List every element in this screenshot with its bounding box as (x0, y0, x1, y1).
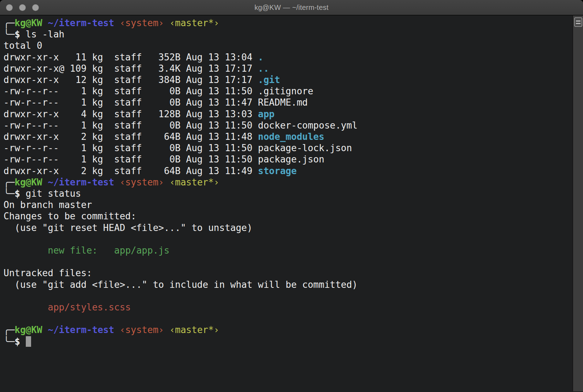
terminal-line: drwxr-xr-x@ 109 kg staff 3.4K Aug 13 17:… (4, 63, 572, 74)
terminal-line: (use "git add <file>..." to include in w… (4, 279, 572, 290)
terminal-line: -rw-r--r-- 1 kg staff 0B Aug 13 11:47 RE… (4, 97, 572, 108)
terminal-line: ╰─$ (4, 336, 572, 347)
terminal-line: ╰─$ ls -lah (4, 29, 572, 40)
terminal-line: Changes to be committed: (4, 210, 572, 222)
terminal-line: -rw-r--r-- 1 kg staff 0B Aug 13 11:50 pa… (4, 154, 572, 165)
scroll-indicator-icon (574, 17, 582, 27)
terminal-line (4, 290, 572, 302)
terminal-line: (use "git reset HEAD <file>..." to unsta… (4, 222, 572, 233)
terminal-line: ╭─kg@KW ~/iterm-test ‹system› ‹master*› (4, 324, 572, 335)
terminal-line: total 0 (4, 40, 572, 51)
terminal-line: drwxr-xr-x 11 kg staff 352B Aug 13 13:04… (4, 52, 572, 63)
zoom-button[interactable] (32, 4, 39, 11)
terminal-line: ╭─kg@KW ~/iterm-test ‹system› ‹master*› (4, 17, 572, 29)
close-button[interactable] (6, 4, 13, 11)
minimize-button[interactable] (19, 4, 26, 11)
terminal-line: -rw-r--r-- 1 kg staff 0B Aug 13 11:50 .g… (4, 85, 572, 97)
terminal-line: Untracked files: (4, 267, 572, 279)
terminal-line: app/styles.scss (4, 302, 572, 313)
traffic-lights (6, 4, 39, 11)
terminal-line (4, 313, 572, 324)
titlebar[interactable]: kg@KW — ~/iterm-test (0, 0, 583, 16)
terminal-line: -rw-r--r-- 1 kg staff 0B Aug 13 11:50 pa… (4, 142, 572, 154)
terminal-line (4, 233, 572, 245)
terminal-window: kg@KW — ~/iterm-test ╭─kg@KW ~/iterm-tes… (0, 0, 583, 392)
window-body: ╭─kg@KW ~/iterm-test ‹system› ‹master*›╰… (0, 16, 583, 391)
terminal-line: drwxr-xr-x 12 kg staff 384B Aug 13 17:17… (4, 74, 572, 85)
terminal-line: -rw-r--r-- 1 kg staff 0B Aug 13 11:50 do… (4, 120, 572, 131)
scrollbar-track[interactable] (572, 16, 583, 391)
window-title: kg@KW — ~/iterm-test (0, 0, 583, 15)
terminal-line: drwxr-xr-x 4 kg staff 128B Aug 13 13:03 … (4, 108, 572, 120)
terminal-line: ╰─$ git status (4, 188, 572, 199)
terminal-line (4, 256, 572, 267)
terminal-screen[interactable]: ╭─kg@KW ~/iterm-test ‹system› ‹master*›╰… (0, 16, 572, 391)
terminal-line: new file: app/app.js (4, 245, 572, 256)
terminal-line: drwxr-xr-x 2 kg staff 64B Aug 13 11:49 s… (4, 165, 572, 177)
terminal-line: On branch master (4, 199, 572, 210)
terminal-line: drwxr-xr-x 2 kg staff 64B Aug 13 11:48 n… (4, 131, 572, 142)
terminal-cursor (26, 336, 31, 347)
terminal-line: ╭─kg@KW ~/iterm-test ‹system› ‹master*› (4, 177, 572, 188)
